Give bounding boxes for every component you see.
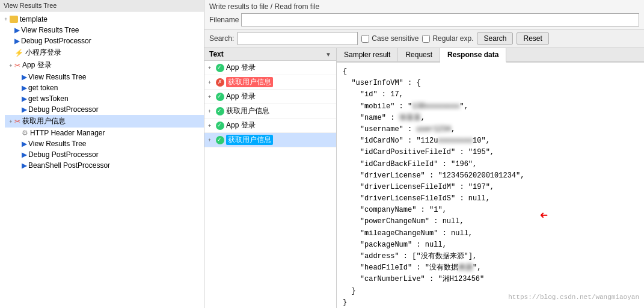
- expand-sm-icon[interactable]: +: [208, 65, 214, 71]
- regular-exp-label: Regular exp.: [432, 34, 473, 43]
- content-area: Text ▼ + App 登录 + 获取用户信息: [204, 48, 644, 308]
- tree-item-vrt3[interactable]: ▶ View Results Tree: [12, 138, 204, 149]
- tree-item-dpp3[interactable]: ▶ Debug PostProcessor: [12, 149, 204, 160]
- tree-item-template[interactable]: + template: [0, 14, 204, 25]
- case-sensitive-group: Case sensitive: [361, 34, 419, 43]
- top-section: Write results to file / Read from file F…: [204, 0, 644, 29]
- blurred-headfile: 来源: [458, 262, 473, 274]
- tree-label-get-wstoken: get wsToken: [28, 94, 69, 103]
- tree-label-http-header: HTTP Header Manager: [30, 129, 105, 137]
- filename-input[interactable]: [241, 13, 639, 26]
- tree-label-vrt2: View Results Tree: [28, 73, 87, 81]
- tree-item-get-wstoken[interactable]: ▶ get wsToken: [12, 93, 204, 104]
- search-label: Search:: [209, 34, 234, 43]
- list-item[interactable]: + 获取用户信息: [204, 75, 336, 90]
- tree-header: View Results Tree: [0, 0, 204, 11]
- list-item[interactable]: + 获取用户信息: [204, 104, 336, 119]
- scissors-icon: ✂: [14, 61, 20, 70]
- case-sensitive-checkbox[interactable]: [361, 35, 369, 43]
- tree-label-fetch-user: 获取用户信息: [22, 116, 66, 126]
- check-icon: [216, 136, 224, 144]
- left-panel: View Results Tree + template ▶ View Resu…: [0, 0, 204, 308]
- tab-request[interactable]: Request: [398, 48, 440, 61]
- tree-label-vrt1: View Results Tree: [21, 26, 79, 34]
- tree-item-bsp1[interactable]: ▶ BeanShell PostProcessor: [12, 160, 204, 171]
- tree-item-dpp1[interactable]: ▶ Debug PostProcessor: [5, 35, 204, 46]
- settings-icon: ⚙: [22, 129, 28, 137]
- tree-item-http-header[interactable]: ⚙ HTTP Header Manager: [12, 128, 204, 138]
- case-sensitive-label: Case sensitive: [372, 34, 419, 43]
- item-text: 获取用户信息: [226, 106, 269, 116]
- tree-label-app-login: App 登录: [22, 60, 52, 70]
- check-icon: [216, 64, 224, 72]
- watermark: https://blog.csdn.net/wangmiaoyan: [508, 292, 639, 303]
- arrow-icon: ▶: [22, 151, 26, 159]
- tree-item-mini[interactable]: ⚡ 小程序登录: [5, 46, 204, 59]
- tree-label-dpp2: Debug PostProcessor: [28, 105, 99, 114]
- regular-exp-group: Regular exp.: [422, 34, 473, 43]
- arrow-icon: ▶: [22, 140, 26, 148]
- tree-area[interactable]: + template ▶ View Results Tree ▶ Debug P…: [0, 11, 204, 308]
- text-list-header: Text ▼: [204, 48, 336, 61]
- arrow-icon: ▶: [22, 73, 26, 81]
- item-text: App 登录: [226, 91, 256, 102]
- expand-sm-icon[interactable]: +: [208, 94, 214, 100]
- tree-item-vrt1[interactable]: ▶ View Results Tree: [5, 25, 204, 35]
- tree-label-bsp1: BeanShell PostProcessor: [28, 161, 110, 170]
- expand-sm-icon[interactable]: +: [208, 123, 214, 129]
- arrow-icon: ▶: [14, 26, 19, 34]
- arrow-annotation-icon: ➜: [540, 206, 548, 227]
- blurred-username: user1234: [416, 124, 451, 135]
- right-panel: Write results to file / Read from file F…: [204, 0, 644, 308]
- expand-sm-icon[interactable]: +: [208, 108, 214, 114]
- tree-header-label: View Results Tree: [4, 2, 57, 9]
- list-item[interactable]: + App 登录: [204, 61, 336, 75]
- tree-item-dpp2[interactable]: ▶ Debug PostProcessor: [12, 104, 204, 115]
- arrow-icon: ▶: [22, 162, 26, 170]
- tab-response[interactable]: Response data: [440, 48, 506, 63]
- reset-button[interactable]: Reset: [517, 32, 548, 45]
- text-list-items[interactable]: + App 登录 + 获取用户信息 + App 登录: [204, 61, 336, 308]
- broom-icon: ⚡: [14, 49, 23, 57]
- tab-sampler[interactable]: Sampler result: [337, 48, 398, 61]
- expand-icon[interactable]: +: [7, 119, 14, 125]
- dropdown-arrow-icon[interactable]: ▼: [325, 51, 331, 58]
- arrow-icon: ▶: [22, 106, 26, 114]
- item-text-blue: 获取用户信息: [226, 135, 273, 145]
- tree-item-fetch-user[interactable]: + ✂ 获取用户信息: [5, 115, 204, 128]
- text-list-panel: Text ▼ + App 登录 + 获取用户信息: [204, 48, 337, 308]
- tree-label-vrt3: View Results Tree: [28, 140, 87, 148]
- item-text-highlighted: 获取用户信息: [226, 77, 273, 87]
- tree-item-vrt2[interactable]: ▶ View Results Tree: [12, 72, 204, 82]
- tree-label-dpp1: Debug PostProcessor: [21, 37, 91, 45]
- expand-sm-icon[interactable]: +: [208, 137, 214, 143]
- result-tabs: Sampler result Request Response data: [337, 48, 644, 63]
- write-results-bar: Write results to file / Read from file: [209, 2, 639, 11]
- arrow-icon: ▶: [22, 95, 26, 103]
- error-icon: [216, 78, 224, 87]
- blurred-idcard: xxxxxxxx: [438, 135, 473, 147]
- blurred-name: 张某某: [399, 112, 421, 124]
- search-button[interactable]: Search: [477, 32, 513, 45]
- check-icon: [216, 107, 224, 116]
- item-text: App 登录: [226, 120, 256, 131]
- filename-bar: Filename: [209, 13, 639, 26]
- write-results-label: Write results to file / Read from file: [209, 2, 319, 11]
- tree-label-template: template: [20, 15, 48, 23]
- tree-item-get-token[interactable]: ▶ get token: [12, 82, 204, 93]
- regular-exp-checkbox[interactable]: [422, 35, 430, 43]
- tree-label-mini: 小程序登录: [25, 48, 61, 58]
- list-item[interactable]: + App 登录: [204, 90, 336, 104]
- list-item-selected[interactable]: + 获取用户信息: [204, 133, 336, 147]
- folder-icon: [10, 16, 18, 23]
- search-input[interactable]: [238, 32, 358, 45]
- expand-icon[interactable]: +: [2, 16, 10, 22]
- scissors-icon: ✂: [14, 117, 20, 126]
- arrow-icon: ▶: [22, 84, 26, 92]
- expand-icon[interactable]: +: [7, 63, 14, 69]
- expand-sm-icon[interactable]: +: [208, 79, 214, 85]
- list-item[interactable]: + App 登录: [204, 119, 336, 133]
- check-icon: [216, 122, 224, 130]
- blurred-mobile: 138xxxxxxxx: [412, 101, 459, 112]
- tree-item-app-login[interactable]: + ✂ App 登录: [5, 59, 204, 72]
